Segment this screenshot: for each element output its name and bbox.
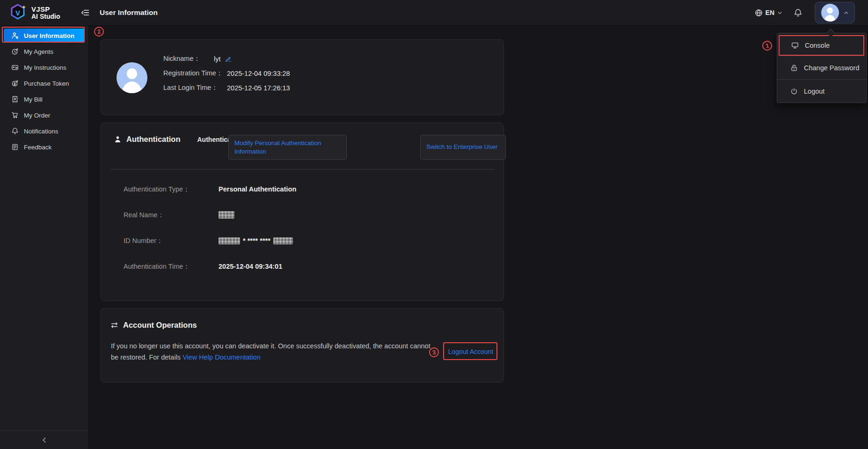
profile-card: Nickname： lyt Registration Time： 2025-12… <box>101 39 504 115</box>
page-title: User Information <box>100 8 158 17</box>
authentication-time-label: Authentication Time： <box>124 262 196 271</box>
sidebar-item-purchase-token[interactable]: Purchase Token <box>4 76 85 90</box>
brand-subtitle: AI Studio <box>31 13 60 20</box>
sidebar-item-user-information[interactable]: User Information <box>4 29 85 43</box>
menu-item-label: Logout <box>804 88 824 95</box>
user-icon <box>11 32 19 39</box>
masked-id-suffix <box>273 237 293 244</box>
last-login-value: 2025-12-05 17:26:13 <box>227 84 290 92</box>
authentication-type-row: Authentication Type： Personal Authentica… <box>124 184 489 194</box>
person-icon <box>114 135 122 143</box>
last-login-label: Last Login Time： <box>163 83 223 92</box>
sidebar-item-label: My Agents <box>24 48 53 55</box>
feedback-icon <box>11 143 19 151</box>
sidebar-item-my-bill[interactable]: My Bill <box>4 92 85 106</box>
cart-icon <box>11 111 19 119</box>
description-text: If you no longer use this account, you c… <box>111 342 430 361</box>
real-name-value <box>219 211 234 219</box>
bell-icon <box>11 127 19 135</box>
menu-item-console[interactable]: Console <box>779 35 864 56</box>
id-number-row: ID Number： * **** **** <box>124 236 489 246</box>
view-help-documentation-link[interactable]: View Help Documentation <box>182 353 261 361</box>
masked-id-prefix <box>219 237 240 244</box>
sidebar-item-notifications[interactable]: Notifications <box>4 124 85 138</box>
modify-authentication-button[interactable]: Modify Personal Authentication Informati… <box>228 135 347 160</box>
chevron-left-icon <box>41 437 48 443</box>
bill-icon <box>11 96 19 103</box>
agent-icon <box>11 48 19 55</box>
menu-item-label: Change Password <box>804 64 860 72</box>
bell-icon[interactable] <box>794 8 802 17</box>
authentication-time-row: Authentication Time： 2025-12-04 09:34:01 <box>124 261 489 272</box>
avatar <box>821 4 839 22</box>
menu-item-label: Console <box>805 42 830 49</box>
instructions-icon <box>11 64 19 71</box>
annotation-number-1: 1 <box>761 40 773 51</box>
user-avatar-button[interactable] <box>815 2 855 23</box>
sidebar-collapse-button[interactable] <box>0 430 88 449</box>
sidebar-item-my-order[interactable]: My Order <box>4 108 85 122</box>
masked-real-name <box>219 211 234 219</box>
sidebar-item-label: My Order <box>24 112 50 119</box>
sidebar-item-label: Notifications <box>24 128 58 135</box>
id-number-label: ID Number： <box>124 236 196 245</box>
top-bar: V VJSP AI Studio User Information EN <box>0 0 868 26</box>
authentication-title: Authentication <box>126 135 181 144</box>
app-logo-icon: V <box>8 3 27 22</box>
monitor-icon <box>791 42 799 49</box>
id-number-value: * **** **** <box>219 237 293 244</box>
lock-icon <box>790 64 798 72</box>
account-operations-title: Account Operations <box>123 321 197 330</box>
chevron-up-icon <box>844 10 849 15</box>
topbar-actions: EN <box>755 2 868 23</box>
sidebar-item-label: Purchase Token <box>24 80 69 87</box>
sidebar-item-label: Feedback <box>24 144 51 151</box>
nickname-row: Nickname： lyt <box>163 54 290 64</box>
annotation-number-2: 2 <box>93 26 104 37</box>
sidebar-item-my-instructions[interactable]: My Instructions <box>4 60 85 74</box>
id-number-visible: * **** **** <box>243 237 270 244</box>
edit-nickname-icon[interactable] <box>225 56 232 62</box>
deactivation-description: If you no longer use this account, you c… <box>111 340 434 363</box>
authentication-type-value: Personal Authentication <box>219 185 296 193</box>
svg-text:V: V <box>15 9 20 17</box>
profile-avatar <box>117 62 147 93</box>
authentication-card: Authentication Authenticated Modify Pers… <box>101 123 504 301</box>
authentication-type-label: Authentication Type： <box>124 185 196 194</box>
registration-row: Registration Time： 2025-12-04 09:33:28 <box>163 68 290 78</box>
sidebar-item-label: My Bill <box>24 96 43 103</box>
globe-icon <box>755 9 763 17</box>
sidebar-item-my-agents[interactable]: My Agents <box>4 44 85 59</box>
registration-value: 2025-12-04 09:33:28 <box>227 70 290 77</box>
real-name-label: Real Name： <box>124 211 196 220</box>
authentication-time-value: 2025-12-04 09:34:01 <box>219 263 282 270</box>
nickname-label: Nickname： <box>163 54 210 63</box>
brand-text: VJSP AI Studio <box>31 6 60 20</box>
chevron-down-icon <box>777 10 782 15</box>
last-login-row: Last Login Time： 2025-12-05 17:26:13 <box>163 83 290 93</box>
nickname-value: lyt <box>214 55 221 63</box>
language-label: EN <box>766 9 774 16</box>
logout-account-button[interactable]: Logout Account <box>444 343 498 361</box>
sidebar-item-feedback[interactable]: Feedback <box>4 140 85 154</box>
token-icon <box>11 80 19 87</box>
sidebar-item-label: User Information <box>24 32 74 39</box>
operations-icon <box>110 321 118 329</box>
power-icon <box>790 88 798 95</box>
brand-name: VJSP <box>31 6 60 13</box>
menu-item-logout[interactable]: Logout <box>777 79 866 103</box>
divider <box>111 169 495 169</box>
sidebar: User Information My Agents My Instructio… <box>0 26 89 449</box>
real-name-row: Real Name： <box>124 210 489 220</box>
registration-label: Registration Time： <box>163 69 223 78</box>
brand[interactable]: V VJSP AI Studio <box>0 3 77 22</box>
account-operations-card: Account Operations If you no longer use … <box>101 308 504 383</box>
sidebar-item-label: My Instructions <box>24 64 66 71</box>
sidebar-collapse-icon[interactable] <box>81 8 89 17</box>
switch-enterprise-button[interactable]: Switch to Enterprise User <box>420 135 506 160</box>
menu-item-change-password[interactable]: Change Password <box>777 56 866 79</box>
language-selector[interactable]: EN <box>755 9 782 17</box>
user-dropdown-menu: Console Change Password Logout <box>777 33 867 103</box>
